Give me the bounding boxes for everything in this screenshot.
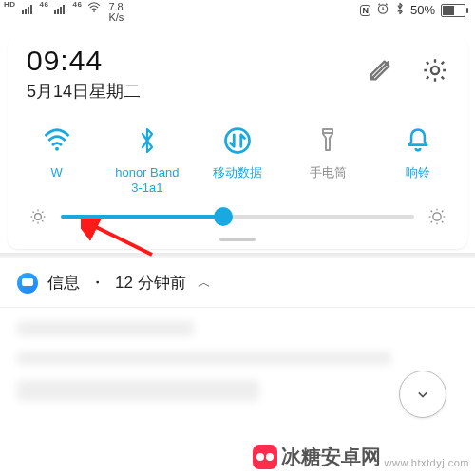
hd-badge: HD: [4, 1, 16, 9]
svg-point-4: [226, 129, 250, 153]
brightness-track[interactable]: [61, 215, 414, 219]
collapse-icon[interactable]: ︿: [198, 275, 211, 292]
battery-percent: 50%: [410, 3, 435, 17]
wifi-status-icon: [87, 2, 101, 16]
toggle-ringer[interactable]: 响铃: [373, 125, 464, 196]
notification-header[interactable]: 信息 ・ 12 分钟前 ︿: [0, 258, 475, 308]
signal-1: [22, 5, 32, 14]
clock-time[interactable]: 09:44: [27, 46, 141, 76]
net-type-1: 46: [40, 1, 49, 9]
quick-settings-panel: 09:44 5月14日星期二 W: [8, 32, 467, 249]
brightness-low-icon: [28, 207, 48, 226]
toggle-wifi[interactable]: W: [11, 125, 102, 196]
toggle-flashlight-label: 手电筒: [310, 165, 347, 196]
notification-app-name: 信息: [48, 272, 80, 294]
panel-drag-handle[interactable]: [219, 238, 256, 241]
settings-icon[interactable]: [422, 57, 448, 87]
notification-time-ago: 12 分钟前: [115, 272, 186, 294]
net-type-2: 46: [72, 1, 82, 9]
quick-toggles-row: W honor Band 3-1a1 移动数据 手电筒: [8, 125, 467, 196]
svg-point-5: [35, 214, 42, 220]
brightness-slider[interactable]: [8, 196, 467, 230]
toggle-bluetooth-label: honor Band 3-1a1: [115, 165, 179, 196]
bluetooth-icon: [133, 125, 162, 156]
toggle-flashlight[interactable]: 手电筒: [283, 125, 373, 196]
brightness-high-icon: [428, 207, 446, 226]
mobile-data-icon: [223, 125, 252, 156]
notification-body-blurred: [0, 308, 475, 414]
edit-icon[interactable]: [367, 57, 393, 87]
toggle-mobile-data-label: 移动数据: [213, 165, 262, 196]
toggle-ringer-label: 响铃: [406, 165, 430, 196]
expand-fab[interactable]: [399, 371, 446, 418]
clock-date[interactable]: 5月14日星期二: [27, 80, 141, 103]
watermark: 冰糖安卓网 www.btxtdyj.com: [253, 444, 469, 470]
nfc-icon: N: [360, 5, 370, 16]
network-speed: 7.8 K/s: [108, 2, 124, 23]
svg-point-6: [433, 213, 441, 220]
watermark-logo: [253, 445, 277, 469]
alarm-icon: [376, 2, 390, 18]
notification-separator: ・: [89, 272, 105, 294]
svg-point-2: [431, 67, 439, 74]
brightness-thumb[interactable]: [214, 207, 233, 226]
watermark-text: 冰糖安卓网: [281, 444, 381, 470]
watermark-url: www.btxtdyj.com: [385, 457, 469, 468]
toggle-wifi-label: W: [50, 165, 62, 196]
toggle-bluetooth[interactable]: honor Band 3-1a1: [102, 125, 192, 196]
status-bar: HD 46 46 7.8 K/s N 50: [0, 0, 475, 27]
bell-icon: [404, 125, 432, 156]
bluetooth-status-icon: [395, 2, 405, 18]
signal-2: [54, 5, 65, 14]
svg-point-3: [55, 147, 59, 151]
wifi-icon: [43, 125, 71, 156]
battery-icon: [441, 4, 466, 17]
toggle-mobile-data[interactable]: 移动数据: [192, 125, 282, 196]
flashlight-icon: [314, 125, 342, 156]
messages-app-icon: [17, 273, 38, 294]
svg-point-0: [94, 10, 96, 12]
